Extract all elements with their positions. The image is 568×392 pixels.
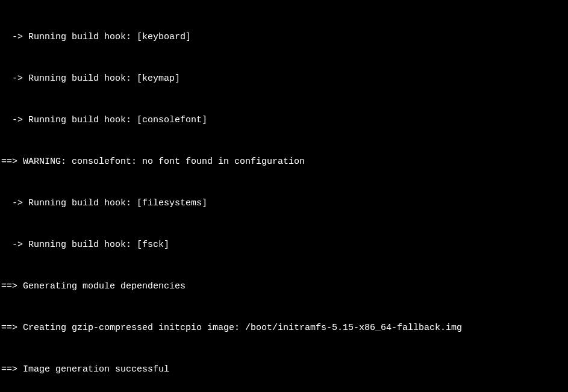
terminal-line: ==> WARNING: consolefont: no font found …: [1, 155, 567, 169]
terminal-line: -> Running build hook: [consolefont]: [1, 113, 567, 127]
terminal-line: -> Running build hook: [filesystems]: [1, 196, 567, 210]
terminal-line: -> Running build hook: [keymap]: [1, 72, 567, 86]
terminal-line: ==> Generating module dependencies: [1, 279, 567, 293]
terminal-output: -> Running build hook: [keyboard] -> Run…: [1, 2, 567, 392]
terminal-line: ==> Image generation successful: [1, 362, 567, 376]
terminal-line: -> Running build hook: [fsck]: [1, 238, 567, 252]
terminal-line: ==> Creating gzip-compressed initcpio im…: [1, 321, 567, 335]
terminal-line: -> Running build hook: [keyboard]: [1, 30, 567, 44]
